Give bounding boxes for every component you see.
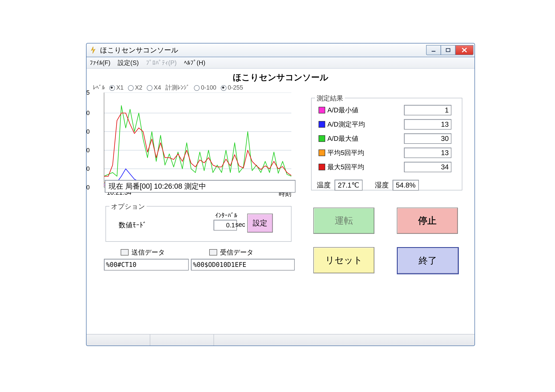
result-label: A/D測定平均 [327, 120, 365, 129]
humidity-label: 湿度 [375, 180, 389, 190]
menu-file[interactable]: ﾌｧｲﾙ(F) [90, 59, 110, 66]
results-fieldset: 測定結果 A/D最小値1A/D測定平均13A/D最大値30平均5回平均13最大5… [311, 98, 462, 190]
exit-button[interactable]: 終了 [397, 247, 459, 274]
radio-0-255[interactable]: 0-255 [221, 84, 243, 91]
results-legend: 測定結果 [315, 94, 345, 103]
interval-input[interactable] [213, 220, 237, 230]
client-area: ほこりセンサコンソール ﾚﾍﾞﾙ X1 X2 X4 計測ﾚﾝｼﾞ 0-100 0… [87, 69, 475, 334]
page-title: ほこりセンサコンソール [87, 72, 475, 83]
status-bar [87, 334, 475, 346]
series-swatch [319, 121, 325, 128]
svg-rect-0 [432, 51, 435, 52]
result-row: A/D最大値30 [319, 133, 455, 144]
radio-x4[interactable]: X4 [147, 84, 161, 91]
run-button[interactable]: 運転 [313, 208, 374, 234]
result-row: A/D測定平均13 [319, 119, 455, 130]
menubar: ﾌｧｲﾙ(F) 設定(S) ﾌﾟﾛﾊﾟﾃｨ(P) ﾍﾙﾌﾟ(H) [87, 57, 475, 69]
result-value: 34 [404, 162, 451, 172]
set-button[interactable]: 設定 [247, 214, 273, 233]
series-swatch [319, 107, 325, 114]
radio-0-100[interactable]: 0-100 [194, 84, 216, 91]
temp-humidity-row: 温度 27.1℃ 湿度 54.8% [317, 180, 419, 191]
result-label: 最大5回平均 [327, 163, 364, 171]
close-button[interactable] [455, 45, 474, 55]
checkbox-icon[interactable] [121, 249, 129, 256]
rx-data-value[interactable]: %00$OD010D1EFE [191, 259, 295, 271]
options-legend: オプション [110, 202, 147, 211]
radio-x2[interactable]: X2 [128, 84, 142, 91]
menu-help[interactable]: ﾍﾙﾌﾟ(H) [184, 59, 205, 66]
humidity-value: 54.8% [393, 180, 419, 191]
radio-x1[interactable]: X1 [109, 84, 124, 91]
maximize-button[interactable] [441, 45, 455, 55]
interval-unit: sec [235, 221, 245, 228]
chart-plot [104, 93, 291, 187]
result-label: A/D最小値 [327, 106, 358, 114]
tx-data-label[interactable]: 送信データ [121, 248, 165, 257]
app-window: ほこりセンサコンソール ﾌｧｲﾙ(F) 設定(S) ﾌﾟﾛﾊﾟﾃｨ(P) ﾍﾙﾌ… [86, 43, 475, 346]
result-row: 平均5回平均13 [319, 147, 455, 158]
svg-rect-1 [446, 49, 450, 52]
result-value: 13 [404, 119, 451, 129]
minimize-button[interactable] [426, 45, 441, 55]
result-value: 1 [404, 105, 451, 115]
mode-label: 数値ﾓｰﾄﾞ [119, 221, 146, 230]
series-swatch [319, 150, 325, 156]
level-label: ﾚﾍﾞﾙ [93, 84, 105, 91]
reset-button[interactable]: リセット [313, 247, 374, 273]
result-label: A/D最大値 [327, 134, 358, 143]
chart: 255200150 100500 10:21:34 時刻 [104, 93, 291, 187]
series-swatch [319, 164, 325, 170]
series-swatch [319, 135, 325, 142]
menu-settings[interactable]: 設定(S) [118, 58, 139, 67]
result-label: 平均5回平均 [327, 148, 364, 157]
menu-property[interactable]: ﾌﾟﾛﾊﾟﾃｨ(P) [146, 59, 176, 66]
window-title: ほこりセンサコンソール [100, 45, 426, 55]
status-line: 現在 局番[00] 10:26:08 測定中 [105, 180, 295, 192]
temp-value: 27.1℃ [335, 180, 363, 191]
titlebar[interactable]: ほこりセンサコンソール [87, 43, 475, 57]
app-icon [90, 46, 98, 54]
result-row: 最大5回平均34 [319, 162, 455, 172]
result-value: 13 [404, 148, 451, 158]
rx-data-label[interactable]: 受信データ [209, 248, 254, 257]
interval-label: ｲﾝﾀｰﾊﾞﾙ [215, 212, 237, 219]
tx-data-value[interactable]: %00#CT10 [104, 259, 189, 271]
stop-button[interactable]: 停止 [397, 208, 458, 234]
temp-label: 温度 [317, 180, 331, 190]
range-label: 計測ﾚﾝｼﾞ [165, 84, 190, 92]
result-row: A/D最小値1 [319, 105, 455, 116]
checkbox-icon[interactable] [209, 249, 217, 256]
radio-row: ﾚﾍﾞﾙ X1 X2 X4 計測ﾚﾝｼﾞ 0-100 0-255 [93, 84, 243, 92]
result-value: 30 [404, 133, 451, 144]
